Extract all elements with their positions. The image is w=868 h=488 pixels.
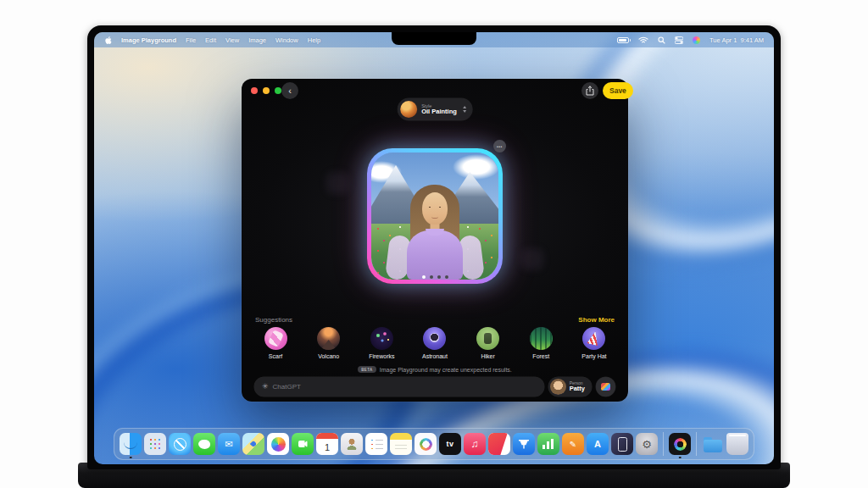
dock-icon-calendar[interactable]: 1 xyxy=(316,433,338,455)
carousel-dot-1[interactable] xyxy=(422,275,426,279)
portrait-woman xyxy=(382,185,487,280)
dock-icon-messages[interactable] xyxy=(193,433,215,455)
more-options-button[interactable]: ••• xyxy=(493,140,506,152)
suggestion-forest[interactable]: Forest xyxy=(518,327,564,359)
dock-icon-settings[interactable]: ⚙ xyxy=(636,433,658,455)
menu-bar-clock[interactable]: Tue Apr 1 9:41 AM xyxy=(709,36,764,44)
prompt-placeholder: ChatGPT xyxy=(273,383,301,391)
dock-icon-notes[interactable] xyxy=(390,433,412,455)
generated-image xyxy=(371,152,498,280)
person-name: Patty xyxy=(570,385,585,392)
dock-icon-safari[interactable] xyxy=(169,433,191,455)
suggestion-label: Hiker xyxy=(481,353,494,359)
window-controls xyxy=(251,87,281,94)
dock-icon-maps[interactable] xyxy=(242,433,264,455)
menu-app-name[interactable]: Image Playground xyxy=(121,36,176,44)
page: Image Playground FileEditViewImageWindow… xyxy=(0,0,868,488)
control-center-icon[interactable] xyxy=(675,36,683,44)
carousel-dot-3[interactable] xyxy=(437,275,441,279)
dock-icon-reminders[interactable] xyxy=(365,433,387,455)
suggestion-label: Volcano xyxy=(318,353,339,359)
generated-image-frame xyxy=(367,148,503,284)
share-icon xyxy=(586,86,594,96)
suggestion-label: Scarf xyxy=(269,353,282,359)
dock-icon-numbers[interactable] xyxy=(537,433,559,455)
running-indicator xyxy=(679,457,682,459)
zoom-button[interactable] xyxy=(275,87,281,94)
dock-icon-launchpad[interactable] xyxy=(144,433,166,455)
fireworks-icon xyxy=(370,327,393,350)
close-button[interactable] xyxy=(251,87,258,94)
portrait-purple-top xyxy=(407,230,463,280)
menu-item-image[interactable]: Image xyxy=(248,36,266,44)
minimize-button[interactable] xyxy=(263,87,270,94)
dock-icon-facetime[interactable] xyxy=(292,433,314,455)
display-notch xyxy=(392,32,476,45)
beta-badge: BETA xyxy=(358,366,376,373)
show-more-button[interactable]: Show More xyxy=(578,316,615,324)
dock-icon-mail[interactable]: ✉ xyxy=(218,433,240,455)
suggestion-label: Forest xyxy=(532,353,549,359)
share-button[interactable] xyxy=(581,82,598,99)
dock-icon-downloads[interactable] xyxy=(702,433,724,455)
suggestion-fireworks[interactable]: Fireworks xyxy=(359,327,404,359)
menu-item-file[interactable]: File xyxy=(186,36,196,44)
dock-icon-image-playground[interactable] xyxy=(669,433,691,455)
dock-icon-contacts[interactable] xyxy=(341,433,363,455)
suggestion-label: Party Hat xyxy=(581,353,606,359)
dock-icon-trash[interactable] xyxy=(726,433,748,455)
prompt-input[interactable]: ✳ ChatGPT xyxy=(254,377,544,396)
suggestion-volcano[interactable]: Volcano xyxy=(306,327,352,359)
avatar xyxy=(550,379,566,395)
disclaimer-text: Image Playground may create unexpected r… xyxy=(380,367,512,373)
dock-icon-tv[interactable]: tv xyxy=(439,433,461,455)
dock-icon-appstore[interactable]: A xyxy=(587,433,609,455)
partyhat-icon xyxy=(582,327,605,350)
search-icon[interactable] xyxy=(658,36,665,44)
hiker-icon xyxy=(476,327,499,350)
ghost-thumbnail xyxy=(521,248,543,270)
menu-item-help[interactable]: Help xyxy=(308,36,320,44)
battery-icon[interactable] xyxy=(617,37,629,43)
back-button[interactable]: ‹ xyxy=(281,82,298,99)
dock-icon-finder[interactable] xyxy=(120,433,142,455)
dock: ✉1tv♫✎A⚙ xyxy=(114,428,754,460)
dock-icon-freeform[interactable] xyxy=(415,433,437,455)
ghost-thumbnail xyxy=(326,172,348,194)
ellipsis-icon: ••• xyxy=(497,144,503,149)
dock-icon-pages[interactable]: ✎ xyxy=(562,433,584,455)
style-selector[interactable]: Style Oil Painting xyxy=(398,98,472,120)
menu-item-view[interactable]: View xyxy=(225,36,239,44)
menu-item-window[interactable]: Window xyxy=(275,36,298,44)
dock-icon-music[interactable]: ♫ xyxy=(464,433,486,455)
suggestion-scarf[interactable]: Scarf xyxy=(253,327,298,359)
carousel-dots xyxy=(242,275,628,279)
chatgpt-icon: ✳ xyxy=(262,383,269,391)
carousel-dot-4[interactable] xyxy=(445,275,448,279)
suggestions-title: Suggestions xyxy=(255,316,292,324)
siri-icon[interactable] xyxy=(693,36,700,44)
dock-icon-iphone-mirroring[interactable] xyxy=(611,433,633,455)
suggestion-partyhat[interactable]: Party Hat xyxy=(571,327,617,359)
astronaut-icon xyxy=(423,327,446,350)
dock-icon-photos[interactable] xyxy=(267,433,289,455)
dock-icon-keynote[interactable] xyxy=(513,433,535,455)
menu-item-edit[interactable]: Edit xyxy=(205,36,216,44)
suggestion-astronaut[interactable]: Astronaut xyxy=(412,327,458,359)
forest-icon xyxy=(530,327,553,350)
person-selector[interactable]: Person Patty xyxy=(548,377,592,396)
dock-icon-news[interactable] xyxy=(488,433,510,455)
volcano-icon xyxy=(317,327,340,350)
carousel-dot-2[interactable] xyxy=(430,275,433,279)
suggestion-label: Fireworks xyxy=(369,353,394,359)
chevron-left-icon: ‹ xyxy=(288,86,292,96)
portrait-cloud xyxy=(453,154,498,180)
apple-menu-icon[interactable] xyxy=(104,36,112,45)
save-button[interactable]: Save xyxy=(603,82,633,99)
wifi-icon[interactable] xyxy=(638,36,648,44)
photo-picker-button[interactable] xyxy=(596,377,615,396)
suggestion-chips: ScarfVolcanoFireworksAstronautHikerFores… xyxy=(253,327,617,359)
style-value: Oil Painting xyxy=(421,108,457,116)
suggestion-hiker[interactable]: Hiker xyxy=(465,327,511,359)
image-playground-window: ‹ Save Style Oil Painting xyxy=(242,79,628,402)
